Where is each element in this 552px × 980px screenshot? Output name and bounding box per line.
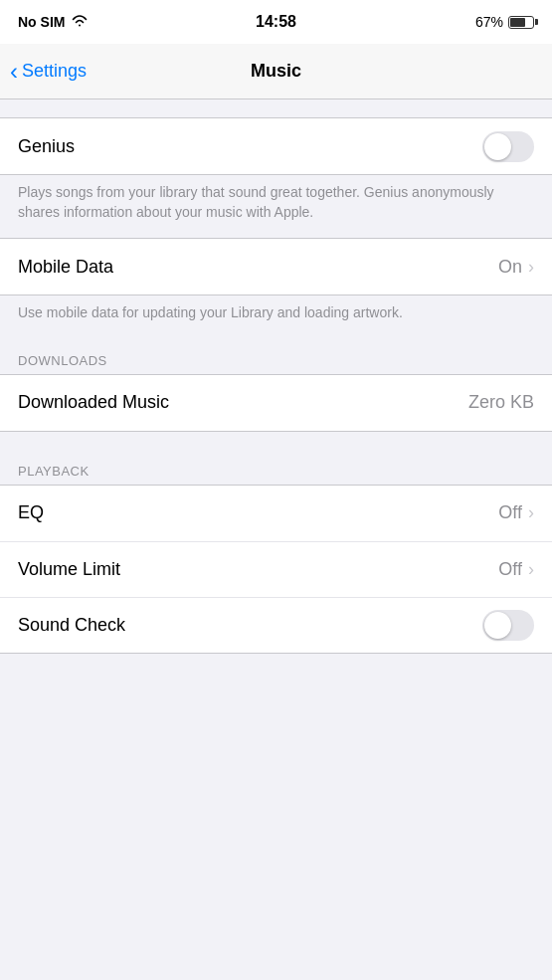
volume-limit-value: Off [498,559,522,580]
downloaded-music-row: Downloaded Music Zero KB [0,375,552,431]
genius-toggle-knob [484,133,511,160]
spacer-bottom [0,654,552,672]
carrier-label: No SIM [18,14,65,30]
mobile-data-row[interactable]: Mobile Data On › [0,239,552,294]
mobile-data-label: Mobile Data [18,257,113,278]
genius-section: Genius [0,117,552,175]
volume-limit-label: Volume Limit [18,559,120,580]
page-title: Music [251,61,301,82]
back-chevron-icon: ‹ [10,60,18,84]
volume-limit-chevron-icon: › [528,559,534,580]
battery-icon [508,16,534,29]
mobile-data-right: On › [498,257,534,278]
back-button[interactable]: ‹ Settings [10,60,87,84]
downloads-header: DOWNLOADS [0,339,552,374]
status-time: 14:58 [256,13,296,31]
eq-right: Off › [498,502,534,523]
playback-section: EQ Off › Volume Limit Off › Sound Check [0,485,552,654]
status-right: 67% [475,14,534,30]
mobile-data-section: Mobile Data On › [0,238,552,295]
eq-row[interactable]: EQ Off › [0,486,552,541]
sound-check-toggle[interactable] [482,610,534,641]
mobile-data-value: On [498,257,522,278]
genius-toggle[interactable] [482,131,534,162]
sound-check-row: Sound Check [0,597,552,653]
battery-percent: 67% [475,14,503,30]
volume-limit-row[interactable]: Volume Limit Off › [0,541,552,597]
eq-label: EQ [18,502,44,523]
eq-value: Off [498,502,522,523]
downloads-section: Downloaded Music Zero KB [0,374,552,432]
spacer-top [0,99,552,117]
sound-check-label: Sound Check [18,615,125,636]
mobile-data-footer: Use mobile data for updating your Librar… [0,295,552,339]
back-label: Settings [22,61,87,82]
genius-label: Genius [18,136,75,157]
genius-footer: Plays songs from your library that sound… [0,175,552,238]
genius-row: Genius [0,118,552,174]
status-bar: No SIM 14:58 67% [0,0,552,44]
sound-check-toggle-knob [484,612,511,639]
nav-bar: ‹ Settings Music [0,44,552,99]
downloaded-music-value: Zero KB [468,392,534,413]
mobile-data-chevron-icon: › [528,257,534,278]
downloaded-music-label: Downloaded Music [18,392,169,413]
downloaded-music-right: Zero KB [468,392,534,413]
volume-limit-right: Off › [498,559,534,580]
wifi-icon [71,14,89,31]
spacer-mid [0,432,552,450]
status-left: No SIM [18,14,89,31]
eq-chevron-icon: › [528,502,534,523]
playback-header: PLAYBACK [0,450,552,485]
